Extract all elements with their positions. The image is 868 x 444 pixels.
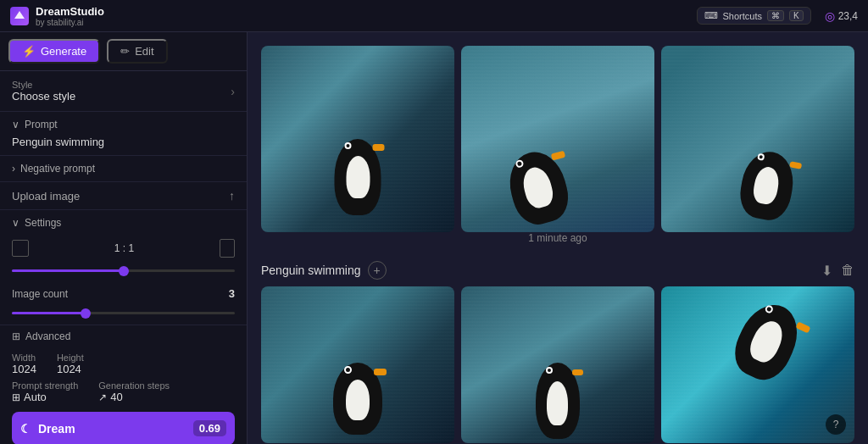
prompt-header[interactable]: ∨ Prompt bbox=[12, 119, 235, 130]
prompt-strength-value: ⊞ Auto bbox=[12, 391, 78, 403]
aspect-slider-thumb[interactable] bbox=[119, 266, 129, 276]
penguin-figure-5 bbox=[536, 363, 580, 439]
dimensions-row: Width 1024 Height 1024 bbox=[0, 347, 247, 377]
upload-label: Upload image bbox=[12, 190, 80, 203]
chevron-down-icon: ∨ bbox=[12, 119, 19, 130]
dream-moon-icon: ☾ bbox=[20, 422, 31, 436]
image-group-2: ? bbox=[261, 286, 854, 443]
generated-image-6[interactable]: ? bbox=[661, 286, 854, 443]
image-grid-1 bbox=[261, 46, 854, 232]
generation-2-title-group: Penguin swimming + bbox=[261, 261, 387, 280]
generation-steps-label: Generation steps bbox=[98, 380, 170, 391]
aspect-slider-container[interactable] bbox=[0, 261, 247, 284]
prompt-label: Prompt bbox=[25, 119, 58, 130]
image-count-slider-fill bbox=[12, 312, 86, 314]
add-generation-button[interactable]: + bbox=[368, 261, 387, 280]
image-count-row: Image count 3 bbox=[0, 284, 247, 303]
image-count-label: Image count bbox=[12, 288, 68, 300]
penguin-figure-4 bbox=[333, 363, 382, 435]
style-value: Choose style bbox=[12, 90, 75, 103]
logo-group: DreamStudio by stability.ai bbox=[36, 5, 104, 27]
aspect-square-icon bbox=[12, 240, 29, 257]
prompt-steps-row: Prompt strength ⊞ Auto Generation steps … bbox=[0, 377, 247, 405]
generation-steps-group: Generation steps ↗ 40 bbox=[98, 380, 170, 403]
kbd2: K bbox=[789, 10, 804, 21]
image-count-value: 3 bbox=[229, 287, 235, 300]
grid-icon: ⊞ bbox=[12, 391, 20, 403]
app-subtitle: by stability.ai bbox=[36, 18, 104, 27]
aspect-ratio-value: 1 : 1 bbox=[114, 242, 134, 254]
prompt-strength-label: Prompt strength bbox=[12, 380, 78, 391]
style-selector[interactable]: Style Choose style › bbox=[0, 71, 247, 111]
download-icon[interactable]: ⬇ bbox=[821, 263, 832, 279]
generated-image-4[interactable] bbox=[261, 286, 454, 443]
time-label-1: 1 minute ago bbox=[261, 232, 854, 244]
settings-label: Settings bbox=[25, 217, 61, 229]
generated-image-1[interactable] bbox=[261, 46, 454, 232]
generate-icon: ⚡ bbox=[22, 45, 36, 58]
image-count-slider-thumb[interactable] bbox=[81, 308, 91, 319]
prompt-section: ∨ Prompt Penguin swimming bbox=[0, 112, 247, 156]
generated-image-5[interactable] bbox=[461, 286, 654, 443]
app-header: DreamStudio by stability.ai ⌨ Shortcuts … bbox=[0, 0, 868, 32]
dream-cost: 0.69 bbox=[193, 420, 226, 436]
width-group: Width 1024 bbox=[12, 352, 36, 375]
tab-edit-label: Edit bbox=[135, 45, 153, 58]
tab-generate-label: Generate bbox=[41, 45, 86, 58]
image-count-slider-container[interactable] bbox=[0, 303, 247, 325]
svg-marker-0 bbox=[14, 11, 25, 19]
aspect-ratio-row: 1 : 1 bbox=[0, 236, 247, 261]
generation-2-actions: ⬇ 🗑 bbox=[821, 263, 854, 279]
app-name: DreamStudio bbox=[36, 5, 104, 18]
kbd1: ⌘ bbox=[767, 10, 784, 21]
image-count-slider-track bbox=[12, 312, 235, 314]
negative-prompt-row[interactable]: › Negative prompt bbox=[0, 156, 247, 182]
advanced-label: Advanced bbox=[25, 330, 70, 342]
height-group: Height 1024 bbox=[57, 352, 84, 375]
tab-bar: ⚡ Generate ✏ Edit bbox=[0, 32, 247, 71]
settings-collapse-icon: ∨ bbox=[12, 217, 19, 229]
dream-button[interactable]: ☾ Dream 0.69 bbox=[12, 412, 235, 444]
advanced-row[interactable]: ⊞ Advanced bbox=[0, 325, 247, 347]
image-group-1: 1 minute ago bbox=[261, 46, 854, 244]
negative-prompt-label: Negative prompt bbox=[20, 163, 95, 175]
prompt-strength-text: Auto bbox=[24, 391, 47, 403]
generation-steps-value: ↗ 40 bbox=[98, 391, 170, 403]
tab-generate[interactable]: ⚡ Generate bbox=[8, 39, 100, 64]
app-logo-icon bbox=[10, 7, 29, 25]
generation-2-header: Penguin swimming + ⬇ 🗑 bbox=[261, 261, 854, 280]
height-label: Height bbox=[57, 352, 84, 363]
aspect-slider-track bbox=[12, 269, 235, 272]
upload-icon: ↑ bbox=[229, 189, 235, 203]
aspect-slider-fill bbox=[12, 269, 124, 272]
prompt-value: Penguin swimming bbox=[12, 136, 235, 148]
credits-value: 23,4 bbox=[838, 10, 858, 22]
aspect-portrait-icon bbox=[220, 239, 235, 258]
question-badge[interactable]: ? bbox=[826, 414, 846, 435]
credits-icon: ◎ bbox=[825, 9, 835, 23]
settings-header[interactable]: ∨ Settings bbox=[0, 210, 247, 236]
generation-2-title: Penguin swimming bbox=[261, 264, 361, 277]
dream-label: Dream bbox=[38, 422, 75, 436]
image-grid-2: ? bbox=[261, 286, 854, 443]
prompt-strength-group: Prompt strength ⊞ Auto bbox=[12, 380, 78, 403]
style-label: Style bbox=[12, 80, 75, 90]
chevron-right-neg-icon: › bbox=[12, 163, 15, 175]
keyboard-icon: ⌨ bbox=[704, 10, 718, 21]
generated-image-3[interactable] bbox=[661, 46, 854, 232]
credits-display: ◎ 23,4 bbox=[825, 9, 858, 23]
upload-image-row[interactable]: Upload image ↑ bbox=[0, 182, 247, 210]
generation-steps-text: 40 bbox=[110, 391, 122, 403]
tab-edit[interactable]: ✏ Edit bbox=[107, 39, 167, 64]
width-value: 1024 bbox=[12, 363, 36, 375]
main-layout: ⚡ Generate ✏ Edit Style Choose style › ∨ bbox=[0, 32, 868, 444]
penguin-figure-1 bbox=[335, 139, 381, 215]
advanced-icon: ⊞ bbox=[12, 330, 20, 342]
sidebar: ⚡ Generate ✏ Edit Style Choose style › ∨ bbox=[0, 32, 248, 444]
width-label: Width bbox=[12, 352, 36, 363]
delete-icon[interactable]: 🗑 bbox=[841, 263, 854, 278]
shortcuts-button[interactable]: ⌨ Shortcuts ⌘ K bbox=[697, 7, 811, 25]
header-actions: ⌨ Shortcuts ⌘ K ◎ 23,4 bbox=[697, 7, 859, 25]
generated-image-2[interactable] bbox=[461, 46, 654, 232]
dream-button-left: ☾ Dream bbox=[20, 422, 75, 436]
